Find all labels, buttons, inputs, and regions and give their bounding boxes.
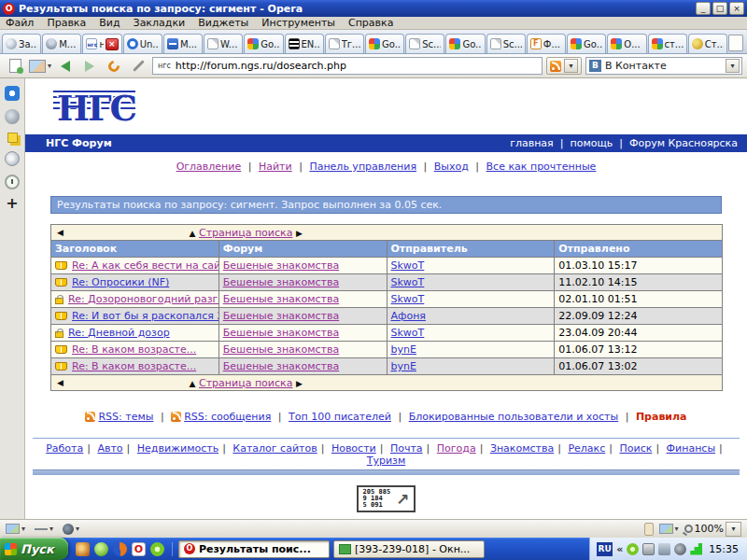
topic-link[interactable]: Re: Дозороновогодний разгавор): [68, 293, 218, 305]
forum-link[interactable]: Бешеные знакомства: [223, 327, 339, 339]
portal-link-pochta[interactable]: Почта: [390, 442, 423, 455]
settings-gear-icon[interactable]: [5, 86, 20, 101]
portal-link-nedvizhimost[interactable]: Недвижимость: [137, 442, 218, 455]
icq-tray-icon[interactable]: [627, 543, 639, 555]
tab[interactable]: Go...: [567, 34, 606, 53]
topic-link[interactable]: Re: Опросики (NF): [72, 276, 169, 288]
forum-link[interactable]: Бешеные знакомства: [223, 293, 339, 305]
transfers-icon[interactable]: [5, 109, 20, 124]
start-button[interactable]: Пуск: [0, 538, 68, 560]
address-input[interactable]: нгс http://forum.ngs.ru/dosearch.php: [152, 57, 543, 75]
tab[interactable]: Go...: [244, 34, 283, 53]
element-icon[interactable]: [644, 523, 654, 536]
sender-link[interactable]: SkwoT: [391, 259, 425, 272]
opera-quicklaunch-icon[interactable]: O: [132, 542, 146, 556]
mask-app-icon[interactable]: [76, 542, 90, 556]
task-button-opera[interactable]: O Результаты поис...: [178, 540, 330, 558]
menu-help[interactable]: Справка: [348, 17, 393, 29]
reload-button[interactable]: [104, 57, 124, 75]
close-button[interactable]: ×: [729, 2, 744, 15]
window-thumbnail-button[interactable]: ▾: [29, 57, 51, 75]
pager-up-icon[interactable]: ▲: [190, 379, 196, 388]
search-dish-icon[interactable]: [5, 151, 20, 166]
forum-link[interactable]: Бешеные знакомства: [223, 259, 339, 272]
media-player-icon[interactable]: [113, 542, 127, 556]
tab[interactable]: ст...: [648, 34, 687, 53]
sender-link[interactable]: bynE: [391, 360, 416, 372]
menu-file[interactable]: Файл: [6, 17, 34, 29]
portal-link-avto[interactable]: Авто: [97, 442, 122, 455]
menu-tools[interactable]: Инструменты: [261, 17, 335, 29]
menu-widgets[interactable]: Виджеты: [198, 17, 248, 29]
pager-next-icon[interactable]: ▶: [296, 229, 303, 238]
tab[interactable]: Un...: [123, 34, 162, 53]
add-panel-plus-icon[interactable]: [5, 198, 20, 213]
language-indicator[interactable]: RU: [597, 542, 613, 556]
portal-link-znakomstva[interactable]: Знакомства: [490, 442, 554, 455]
tab[interactable]: О...: [607, 34, 646, 53]
portal-link-novosti[interactable]: Новости: [331, 442, 376, 455]
sender-link[interactable]: SkwoT: [391, 276, 425, 288]
tab[interactable]: Go...: [365, 34, 404, 53]
tray-collapse-icon[interactable]: «: [616, 543, 623, 555]
forum-link[interactable]: Бешеные знакомства: [223, 276, 339, 288]
chevron-down-icon[interactable]: ▾: [726, 59, 740, 73]
menu-bookmarks[interactable]: Закладки: [134, 17, 186, 29]
pager-next-icon[interactable]: ▶: [296, 379, 303, 388]
forum-link[interactable]: Бешеные знакомства: [223, 343, 339, 356]
tab-close-icon[interactable]: ×: [106, 38, 119, 50]
menu-view[interactable]: Вид: [99, 17, 120, 29]
pager-link[interactable]: Страница поиска: [199, 227, 292, 239]
rss-feed-button[interactable]: ▾: [546, 57, 582, 75]
tab[interactable]: Ф...: [527, 34, 566, 53]
update-tray-icon[interactable]: [674, 543, 686, 555]
tab[interactable]: Sc...: [405, 34, 444, 53]
new-tab-button[interactable]: [728, 35, 743, 51]
rules-label[interactable]: Правила: [636, 411, 687, 423]
tab[interactable]: М...: [163, 34, 203, 53]
portal-link-katalog[interactable]: Каталог сайтов: [233, 442, 317, 455]
topic-link[interactable]: Re: В каком возрасте...: [72, 360, 196, 372]
images-toggle-button[interactable]: ▾: [6, 524, 25, 534]
portal-link-turizm[interactable]: Туризм: [367, 455, 406, 467]
topic-link[interactable]: Re: Дневной дозор: [68, 327, 170, 339]
sender-link[interactable]: Афоня: [391, 310, 426, 322]
header-link-krasnoyarsk[interactable]: Форум Красноярска: [629, 137, 738, 149]
portal-link-poisk[interactable]: Поиск: [620, 442, 653, 455]
nav-link-toc[interactable]: Оглавление: [176, 161, 242, 173]
back-button[interactable]: [55, 57, 76, 75]
view-mode-button[interactable]: ▾: [63, 524, 79, 535]
sender-link[interactable]: SkwoT: [391, 327, 425, 339]
rss-topics-link[interactable]: RSS: темы: [98, 411, 153, 423]
image-preview-button[interactable]: ▾: [659, 524, 679, 534]
task-button-window[interactable]: [393-239-018] - Окн...: [333, 540, 485, 558]
portal-link-finansy[interactable]: Финансы: [667, 442, 715, 455]
network-signal-icon[interactable]: [690, 543, 702, 555]
pencil-button[interactable]: [128, 57, 148, 75]
ngs-logo[interactable]: НГС: [53, 88, 135, 131]
smiley-app-icon[interactable]: [94, 542, 108, 556]
minimize-button[interactable]: _: [696, 2, 711, 15]
tab[interactable]: Go...: [445, 34, 485, 53]
visit-counter[interactable]: 205 885 9 184 5 091 ↗: [357, 485, 416, 512]
topic-link[interactable]: Re: А как себя вести на сайтах знакомств…: [72, 259, 218, 272]
tab[interactable]: За...: [2, 34, 41, 53]
device-tray-icon[interactable]: [658, 543, 670, 555]
header-link-main[interactable]: главная: [510, 137, 554, 149]
portal-link-pogoda[interactable]: Погода: [437, 442, 476, 455]
portal-link-rabota[interactable]: Работа: [46, 442, 83, 455]
blocked-users-link[interactable]: Блокированные пользователи и хосты: [409, 411, 619, 423]
nav-link-mark-read[interactable]: Все как прочтенные: [486, 161, 597, 173]
nav-link-search[interactable]: Найти: [259, 161, 292, 173]
nav-link-logout[interactable]: Выход: [434, 161, 469, 173]
fit-width-button[interactable]: ▾: [35, 525, 53, 534]
nav-link-control-panel[interactable]: Панель управления: [309, 161, 416, 173]
tab[interactable]: Sc...: [486, 34, 526, 53]
forum-link[interactable]: Бешеные знакомства: [223, 360, 339, 372]
header-link-help[interactable]: помощь: [570, 137, 613, 149]
forward-button[interactable]: [79, 57, 100, 75]
pager-link[interactable]: Страница поиска: [199, 377, 292, 389]
search-input[interactable]: B В Контакте ▾: [585, 57, 742, 75]
sender-link[interactable]: bynE: [391, 343, 416, 356]
icq-flower-icon[interactable]: [150, 542, 164, 556]
